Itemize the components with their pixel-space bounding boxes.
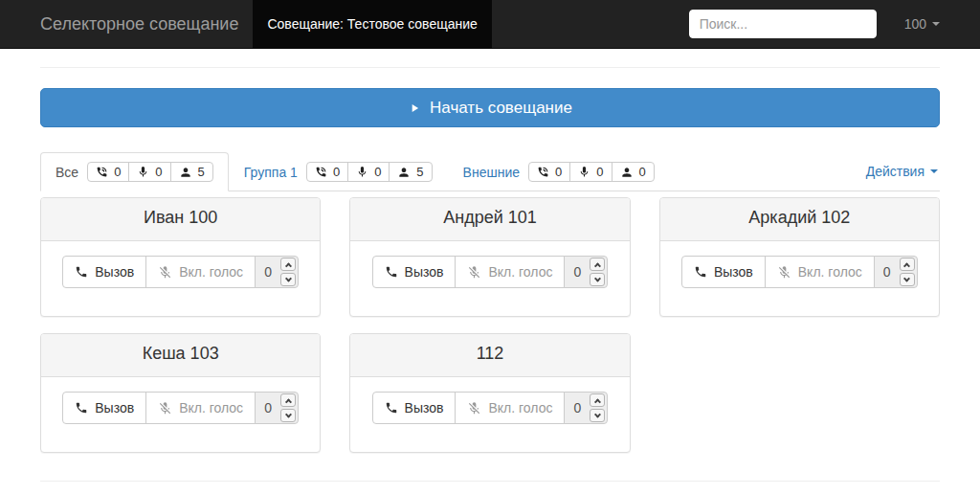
members-count: 5 — [416, 165, 423, 179]
spin-down-button[interactable] — [590, 273, 605, 286]
phone-icon — [75, 265, 88, 279]
stepper-value: 0 — [256, 400, 280, 415]
call-button[interactable]: Вызов — [681, 256, 766, 288]
participant-name: Андрей 101 — [350, 198, 629, 241]
enable-voice-button[interactable]: Вкл. голос — [145, 392, 256, 424]
enable-voice-button[interactable]: Вкл. голос — [455, 392, 565, 424]
actions-dropdown[interactable]: Действия — [852, 152, 940, 191]
tab-all-counters: 0 0 5 — [87, 162, 213, 182]
calls-count: 0 — [114, 165, 121, 179]
call-button-label: Вызов — [95, 264, 134, 280]
priority-stepper[interactable]: 0 — [255, 392, 299, 424]
voice-counter: 0 — [128, 163, 169, 181]
enable-voice-label: Вкл. голос — [179, 400, 243, 415]
calls-count: 0 — [333, 165, 340, 179]
microphone-muted-icon — [467, 265, 481, 280]
enable-voice-button[interactable]: Вкл. голос — [765, 256, 875, 288]
caret-down-icon — [930, 169, 938, 173]
voice-count: 0 — [596, 165, 603, 179]
microphone-muted-icon — [467, 401, 481, 415]
tab-group-1[interactable]: Группа 1 0 0 5 — [229, 152, 448, 191]
microphone-muted-icon — [158, 265, 172, 280]
priority-stepper[interactable]: 0 — [874, 256, 918, 288]
user-icon — [620, 166, 634, 179]
participant-card: Аркадий 102 Вызов Вкл. голос 0 — [659, 197, 940, 317]
caret-down-icon — [932, 22, 940, 26]
participant-name: Иван 100 — [41, 198, 320, 241]
call-button-label: Вызов — [95, 400, 134, 415]
call-button-label: Вызов — [405, 400, 444, 415]
calls-counter: 0 — [307, 163, 347, 181]
phone-waves-icon — [537, 166, 549, 178]
divider-bottom — [40, 481, 940, 482]
priority-stepper[interactable]: 0 — [564, 392, 608, 424]
voice-count: 0 — [374, 165, 381, 179]
user-menu-dropdown[interactable]: 100 — [890, 0, 954, 48]
calls-counter: 0 — [529, 163, 569, 181]
spin-up-button[interactable] — [900, 258, 915, 271]
search-input[interactable] — [689, 10, 877, 38]
microphone-muted-icon — [777, 265, 791, 280]
participant-name: Аркадий 102 — [660, 198, 939, 241]
participant-card: 112 Вызов Вкл. голос 0 — [349, 333, 630, 453]
members-counter: 5 — [170, 163, 212, 181]
call-button[interactable]: Вызов — [372, 256, 457, 288]
microphone-icon — [137, 166, 149, 178]
group-tabs: Все 0 0 5 Группа 1 — [40, 152, 940, 191]
start-meeting-button[interactable]: Начать совещание — [40, 88, 940, 127]
start-meeting-label: Начать совещание — [430, 99, 572, 118]
nav-item-meeting[interactable]: Совещание: Тестовое совещание — [253, 0, 491, 48]
spin-down-button[interactable] — [280, 273, 296, 286]
enable-voice-button[interactable]: Вкл. голос — [455, 256, 565, 288]
navbar-search — [689, 0, 890, 48]
tab-external-counters: 0 0 0 — [528, 162, 655, 182]
voice-counter: 0 — [569, 163, 611, 181]
call-button[interactable]: Вызов — [62, 256, 146, 288]
participant-card: Иван 100 Вызов Вкл. голос 0 — [40, 197, 321, 317]
spin-down-button[interactable] — [590, 409, 605, 422]
enable-voice-label: Вкл. голос — [488, 400, 552, 415]
phone-waves-icon — [96, 166, 108, 178]
stepper-value: 0 — [875, 264, 900, 280]
navbar: Селекторное совещание Совещание: Тестово… — [0, 0, 980, 49]
microphone-icon — [578, 166, 590, 178]
phone-icon — [385, 401, 398, 415]
user-menu-label: 100 — [904, 16, 926, 32]
user-icon — [179, 166, 192, 179]
call-button-label: Вызов — [714, 264, 753, 280]
play-icon — [408, 101, 421, 115]
tab-all[interactable]: Все 0 0 5 — [40, 152, 229, 191]
members-counter: 5 — [389, 163, 431, 181]
priority-stepper[interactable]: 0 — [564, 256, 608, 288]
stepper-value: 0 — [565, 400, 590, 415]
spin-down-button[interactable] — [280, 409, 296, 422]
priority-stepper[interactable]: 0 — [255, 256, 299, 288]
stepper-value: 0 — [256, 264, 280, 280]
tab-group-1-counters: 0 0 5 — [306, 162, 433, 182]
tab-group-1-label: Группа 1 — [244, 165, 298, 180]
divider-top — [40, 67, 940, 68]
enable-voice-label: Вкл. голос — [179, 264, 243, 280]
participants-grid: Иван 100 Вызов Вкл. голос 0 — [26, 197, 954, 469]
tab-external[interactable]: Внешние 0 0 0 — [448, 152, 670, 191]
tab-all-label: Все — [56, 165, 78, 180]
calls-counter: 0 — [88, 163, 128, 181]
call-button[interactable]: Вызов — [62, 392, 146, 424]
stepper-value: 0 — [565, 264, 590, 280]
spin-down-button[interactable] — [900, 273, 915, 286]
participant-card: Андрей 101 Вызов Вкл. голос 0 — [349, 197, 630, 317]
enable-voice-button[interactable]: Вкл. голос — [145, 256, 256, 288]
call-button[interactable]: Вызов — [372, 392, 457, 424]
tab-external-label: Внешние — [463, 165, 520, 180]
enable-voice-label: Вкл. голос — [488, 264, 552, 280]
call-button-label: Вызов — [405, 264, 444, 280]
phone-waves-icon — [315, 166, 327, 178]
microphone-muted-icon — [158, 401, 172, 415]
voice-counter: 0 — [347, 163, 389, 181]
microphone-icon — [356, 166, 368, 178]
phone-icon — [694, 265, 707, 279]
spin-up-button[interactable] — [590, 393, 605, 407]
spin-up-button[interactable] — [280, 393, 296, 407]
spin-up-button[interactable] — [280, 258, 296, 271]
spin-up-button[interactable] — [590, 258, 605, 271]
